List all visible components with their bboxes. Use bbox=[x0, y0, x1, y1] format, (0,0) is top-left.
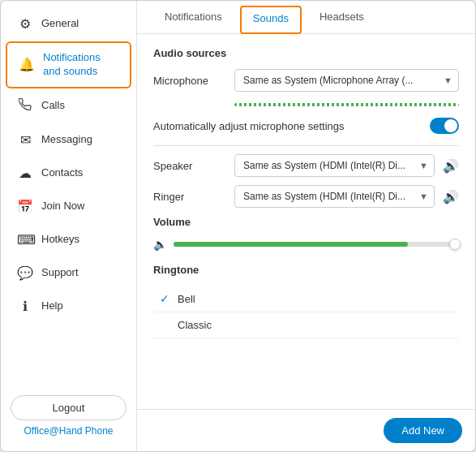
divider bbox=[153, 145, 459, 146]
auto-adjust-row: Automatically adjust microphone settings bbox=[153, 118, 459, 134]
join-icon: 📅 bbox=[17, 199, 33, 214]
sidebar-item-label: Calls bbox=[41, 99, 65, 113]
volume-fill bbox=[174, 242, 408, 247]
hotkeys-icon: ⌨ bbox=[17, 232, 33, 248]
microphone-select[interactable]: Same as System (Microphone Array (... bbox=[234, 69, 459, 92]
main-panel: Notifications Sounds Headsets Audio sour… bbox=[137, 1, 475, 451]
mic-level-indicator bbox=[234, 103, 459, 106]
tab-notifications[interactable]: Notifications bbox=[150, 1, 237, 34]
sidebar-item-calls[interactable]: Calls bbox=[6, 90, 131, 123]
sidebar-item-label: General bbox=[41, 17, 79, 31]
ringtone-title: Ringtone bbox=[153, 264, 459, 276]
tab-bar: Notifications Sounds Headsets bbox=[137, 1, 475, 34]
ringer-volume-icon[interactable]: 🔊 bbox=[443, 189, 459, 204]
microphone-row: Microphone Same as System (Microphone Ar… bbox=[153, 69, 459, 92]
ringer-select-wrapper: Same as System (HDMI (Intel(R) Di... ▼ bbox=[234, 185, 435, 208]
speaker-row: Speaker Same as System (HDMI (Intel(R) D… bbox=[153, 154, 459, 177]
sidebar-item-join-now[interactable]: 📅 Join Now bbox=[6, 191, 131, 222]
tab-headsets[interactable]: Headsets bbox=[305, 1, 379, 34]
auto-adjust-toggle[interactable] bbox=[430, 118, 459, 134]
footer-link[interactable]: Office@Hand Phone bbox=[11, 425, 127, 437]
ringer-label: Ringer bbox=[153, 191, 226, 203]
volume-row: 🔈 bbox=[153, 238, 459, 251]
speaker-volume-icon[interactable]: 🔊 bbox=[443, 158, 459, 174]
settings-window: ⚙ General 🔔 Notifications and sounds Cal… bbox=[0, 0, 476, 452]
checkmark-icon: ✓ bbox=[158, 292, 171, 305]
audio-sources-title: Audio sources bbox=[153, 47, 459, 59]
sidebar-item-label: Hotkeys bbox=[41, 233, 79, 247]
ringer-select[interactable]: Same as System (HDMI (Intel(R) Di... bbox=[234, 185, 435, 208]
contacts-icon: ☁ bbox=[17, 166, 33, 181]
sidebar-item-general[interactable]: ⚙ General bbox=[6, 8, 131, 40]
ringtone-option-classic[interactable]: Classic bbox=[153, 312, 459, 338]
ringtone-section: Ringtone ✓ Bell Classic bbox=[153, 264, 459, 338]
mic-level-bar bbox=[153, 103, 459, 106]
ringtone-option-bell[interactable]: ✓ Bell bbox=[153, 286, 459, 312]
auto-adjust-label: Automatically adjust microphone settings bbox=[153, 120, 345, 132]
sidebar-item-support[interactable]: 💬 Support bbox=[6, 257, 131, 289]
support-icon: 💬 bbox=[17, 265, 33, 281]
ringtone-name: Classic bbox=[178, 319, 212, 331]
content-footer: Add New bbox=[137, 409, 475, 451]
microphone-select-wrapper: Same as System (Microphone Array (... ▼ bbox=[234, 69, 459, 92]
microphone-label: Microphone bbox=[153, 75, 226, 87]
speaker-select[interactable]: Same as System (HDMI (Intel(R) Di... bbox=[234, 154, 435, 177]
volume-section: Volume 🔈 bbox=[153, 216, 459, 251]
sidebar-item-messaging[interactable]: ✉ Messaging bbox=[6, 124, 131, 156]
volume-slider[interactable] bbox=[174, 242, 459, 247]
sidebar-item-help[interactable]: ℹ Help bbox=[6, 291, 131, 322]
sidebar-item-notifications-sounds[interactable]: 🔔 Notifications and sounds bbox=[6, 41, 131, 88]
sidebar-item-label: Help bbox=[41, 299, 63, 313]
volume-thumb[interactable] bbox=[449, 239, 461, 250]
sidebar-item-label: Messaging bbox=[41, 133, 92, 147]
sidebar: ⚙ General 🔔 Notifications and sounds Cal… bbox=[1, 1, 137, 451]
sidebar-item-label: Notifications and sounds bbox=[43, 51, 118, 79]
sidebar-footer: Logout Office@Hand Phone bbox=[1, 387, 136, 445]
messaging-icon: ✉ bbox=[17, 132, 33, 148]
sidebar-item-hotkeys[interactable]: ⌨ Hotkeys bbox=[6, 224, 131, 256]
speaker-label: Speaker bbox=[153, 160, 226, 172]
content-area: Audio sources Microphone Same as System … bbox=[137, 34, 475, 409]
sidebar-item-contacts[interactable]: ☁ Contacts bbox=[6, 157, 131, 189]
sidebar-item-label: Support bbox=[41, 266, 79, 280]
speaker-select-wrapper: Same as System (HDMI (Intel(R) Di... ▼ bbox=[234, 154, 435, 177]
help-icon: ℹ bbox=[17, 299, 33, 314]
gear-icon: ⚙ bbox=[17, 16, 33, 32]
volume-low-icon: 🔈 bbox=[153, 238, 167, 251]
sidebar-item-label: Contacts bbox=[41, 166, 83, 180]
sidebar-item-label: Join Now bbox=[41, 200, 84, 213]
ringtone-name: Bell bbox=[178, 293, 195, 305]
tab-sounds[interactable]: Sounds bbox=[240, 6, 302, 34]
volume-title: Volume bbox=[153, 216, 459, 228]
add-new-button[interactable]: Add New bbox=[384, 418, 462, 443]
bell-icon: 🔔 bbox=[19, 57, 35, 72]
phone-icon bbox=[17, 98, 33, 114]
logout-button[interactable]: Logout bbox=[11, 395, 127, 420]
ringer-row: Ringer Same as System (HDMI (Intel(R) Di… bbox=[153, 185, 459, 208]
